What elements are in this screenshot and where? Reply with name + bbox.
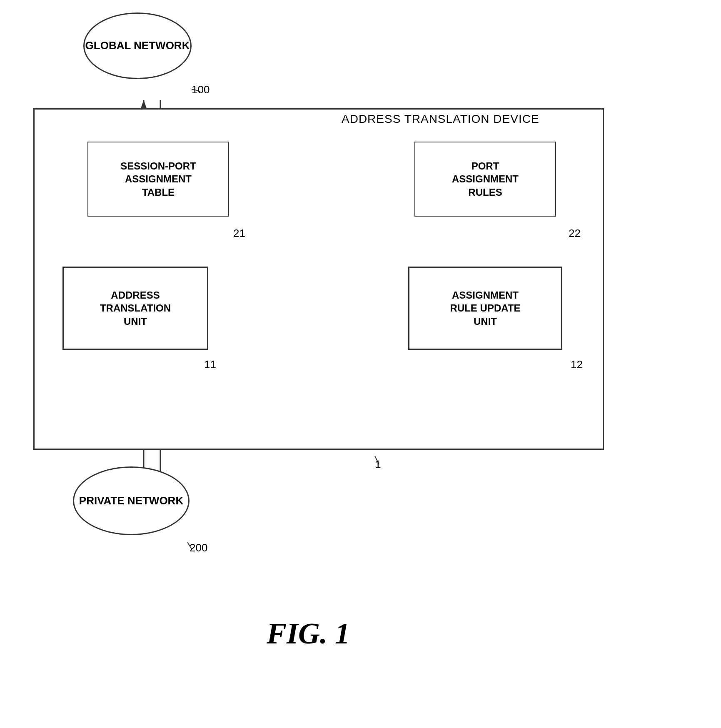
label-22: 22: [569, 227, 581, 240]
label-1: 1: [375, 458, 381, 471]
port-assignment-rules-label: PORTASSIGNMENTRULES: [452, 160, 519, 199]
label-12: 12: [571, 358, 583, 371]
session-port-table-box: SESSION-PORTASSIGNMENTTABLE: [87, 142, 229, 217]
device-box-label: ADDRESS TRANSLATION DEVICE: [342, 112, 539, 126]
global-network-node: GLOBAL NETWORK: [83, 12, 192, 79]
session-port-table-label: SESSION-PORTASSIGNMENTTABLE: [120, 160, 196, 199]
label-11: 11: [204, 358, 216, 371]
address-translation-unit-label: ADDRESSTRANSLATIONUNIT: [100, 289, 171, 328]
private-network-node: PRIVATE NETWORK: [73, 466, 190, 535]
private-network-label: PRIVATE NETWORK: [79, 494, 183, 508]
label-100: 100: [192, 83, 210, 96]
figure-label: FIG. 1: [267, 616, 350, 651]
assignment-rule-update-unit-box: ASSIGNMENTRULE UPDATEUNIT: [408, 267, 562, 350]
label-21: 21: [233, 227, 245, 240]
assignment-rule-update-unit-label: ASSIGNMENTRULE UPDATEUNIT: [450, 289, 521, 328]
label-200: 200: [190, 541, 207, 554]
address-translation-unit-box: ADDRESSTRANSLATIONUNIT: [62, 267, 208, 350]
global-network-label: GLOBAL NETWORK: [85, 39, 190, 53]
port-assignment-rules-box: PORTASSIGNMENTRULES: [414, 142, 556, 217]
